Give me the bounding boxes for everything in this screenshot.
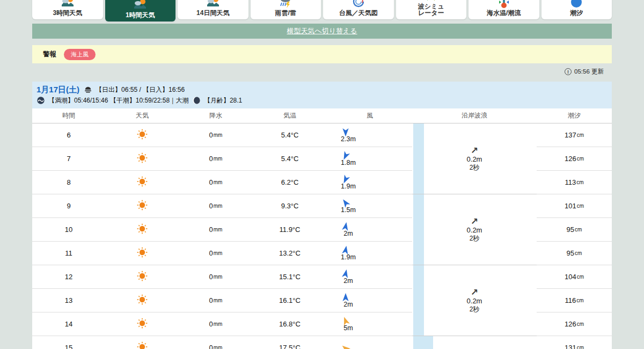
col-header-wind: 風 [327,108,412,123]
weather-cell [105,152,179,165]
precipitation-cell: 0mm [179,202,252,210]
col-header-time: 時間 [32,108,105,123]
temperature-cell: 9.3°C [252,202,327,210]
hour-cell: 10 [32,226,105,234]
updated-time: 05:56 更新 [574,68,604,76]
info-icon: ! [565,68,572,75]
wave-direction-arrow-icon: ↗ [471,217,478,226]
tab-sun-cloud-1[interactable]: 1時間天気 [105,0,176,21]
precipitation-cell: 0mm [179,226,252,234]
moon-phase-icon [192,96,201,105]
tide-cell: 131cm [537,336,612,349]
tide-cell: 137cm [537,123,612,147]
table-row: 150mm17.5°C [32,336,412,349]
temperature-cell: 6.2°C [252,178,327,186]
tide-cell: 116cm [537,289,612,312]
wind-direction-arrow-icon [340,221,351,232]
sunny-icon [136,199,148,213]
tab-label: 台風／天気図 [339,10,378,17]
switch-to-horizontal-link[interactable]: 横型天気へ切り替える [287,26,357,36]
precipitation-cell: 0mm [179,249,252,257]
date-header: 1月17日(土) 【日出】06:55 / 【日入】16:56 【満潮】05:46… [32,82,612,108]
precipitation-cell: 0mm [179,296,252,304]
hour-cell: 6 [32,131,105,139]
table-row: 80mm6.2°C1.9m [32,171,412,194]
table-row: 90mm9.3°C1.5m [32,194,412,218]
precipitation-cell: 0mm [179,131,252,139]
temperature-cell: 5.4°C [252,131,327,139]
wave-direction-arrow-icon: ↗ [471,288,478,297]
sunny-icon [136,246,148,260]
tab-sea-temp-6[interactable]: 海水温/潮流 [469,0,539,19]
col-header-precipitation: 降水 [179,108,252,123]
wave-direction-arrow-icon: ↗ [471,146,478,155]
wave-height: 0.2m [467,155,482,164]
coastal-wave-cell: ↗0.2m2秒 [412,194,537,265]
tab-label: 海水温/潮流 [487,10,521,17]
wind-cell: 1.8m [327,150,412,167]
table-row: 110mm13.2°C1.9m [32,242,412,265]
wave-height: 0.2m [467,226,482,235]
coastal-wave-cell: ↗0.2m2秒 [412,265,537,336]
wind-direction-arrow-icon [340,245,351,256]
wind-cell: 2.3m [327,127,412,143]
wind-direction-arrow-icon [340,268,351,279]
sunny-icon [136,294,148,307]
tab-typhoon-4[interactable]: 台風／天気図 [323,0,394,19]
sun-cloud-icon [61,0,75,9]
tab-sun-cloud-2[interactable]: 14日間天気 [178,0,248,19]
tide-wave-icon [36,96,45,105]
precipitation-cell: 0mm [179,320,252,328]
tide-cell: 113cm [537,171,612,194]
wind-cell: 5m [327,316,412,332]
col-header-tide: 潮汐 [537,108,612,123]
hour-cell: 14 [32,320,105,328]
tab-tide-7[interactable]: 潮汐 [541,0,612,19]
wind-direction-arrow-icon [340,292,351,303]
tide-cell: 101cm [537,194,612,218]
tab-label: 波シミュ レーター [418,3,444,17]
date-label: 1月17日(土) [36,85,79,95]
sunny-icon [136,176,148,189]
coastal-wave-cell: ↗0.2m2秒 [412,123,537,194]
sunny-icon [136,152,148,165]
tab-rain-lightning-3[interactable]: 雨雲/雷 [251,0,321,19]
sunny-icon [136,317,148,331]
wind-cell: 2m [327,268,412,285]
tide-icon [569,0,583,9]
table-row: 130mm16.1°C2m [32,289,412,312]
weather-cell [105,341,179,349]
hour-cell: 7 [32,155,105,163]
precipitation-cell: 0mm [179,178,252,186]
wind-cell: 1.9m [327,245,412,261]
moon-age-text: 【月齢】28.1 [204,96,242,105]
sea-wind-warning-badge[interactable]: 海上風 [64,49,96,60]
weather-cell [105,223,179,236]
hour-cell: 15 [32,344,105,349]
hour-cell: 12 [32,273,105,281]
sunny-icon [136,270,148,283]
table-row: 120mm15.1°C2m [32,265,412,289]
precipitation-cell: 0mm [179,273,252,281]
tab-label: 1時間天気 [126,12,155,19]
coastal-wave-cell [412,336,537,349]
wave-period: 2秒 [470,306,480,313]
table-row: 60mm5.4°C2.3m [32,123,412,147]
tab-sun-cloud-0[interactable]: 3時間天気 [32,0,103,19]
wind-cell: 1.5m [327,198,412,214]
tab-wave-simulator-5[interactable]: 波シミュ レーター [396,0,467,19]
rain-lightning-icon [279,0,292,9]
wave-period: 2秒 [470,164,480,171]
hour-cell: 8 [32,178,105,186]
col-header-temperature: 気温 [252,108,327,123]
forecast-table-body: 60mm5.4°C2.3m70mm5.4°C1.8m80mm6.2°C1.9m9… [32,123,612,349]
wind-cell: 1.9m [327,174,412,191]
wind-direction-arrow-icon [340,343,351,349]
weather-cell [105,294,179,307]
precipitation-cell: 0mm [179,155,252,163]
hour-cell: 9 [32,202,105,210]
precipitation-cell: 0mm [179,344,252,349]
typhoon-icon [352,0,365,9]
wind-direction-arrow-icon [340,198,351,208]
warning-label: 警報 [43,50,56,59]
